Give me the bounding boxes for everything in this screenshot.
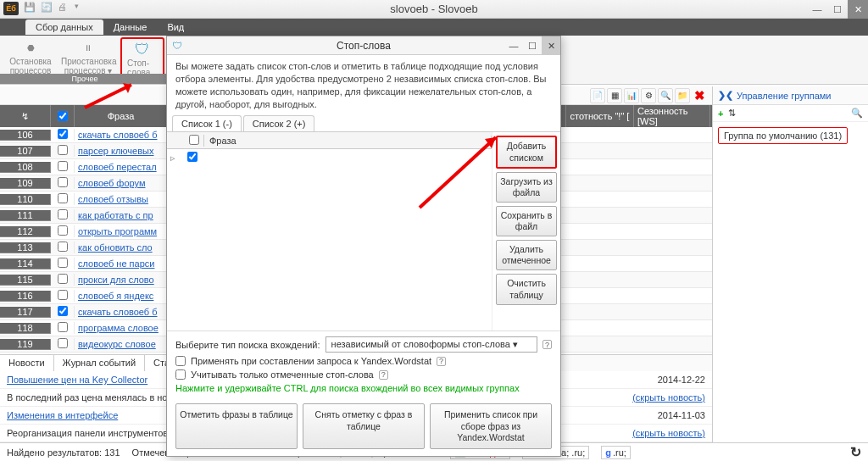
row-phrase[interactable]: программа словое bbox=[75, 323, 168, 333]
row-number: 107 bbox=[0, 146, 51, 157]
row-checkbox[interactable] bbox=[51, 258, 75, 269]
menu-bar: Сбор данных Данные Вид bbox=[0, 19, 868, 36]
tool-icon-6[interactable]: 📁 bbox=[675, 88, 690, 103]
col-check[interactable] bbox=[51, 105, 75, 127]
row-checkbox[interactable] bbox=[51, 161, 75, 173]
tab-view[interactable]: Вид bbox=[157, 19, 194, 35]
row-number: 114 bbox=[0, 258, 51, 269]
row-checkbox[interactable] bbox=[51, 177, 75, 189]
group-default[interactable]: Группа по умолчанию (131) bbox=[718, 127, 848, 144]
tool-icon-2[interactable]: ▦ bbox=[607, 88, 622, 103]
row-number: 117 bbox=[0, 307, 51, 318]
ctrl-hint: Нажмите и удерживайте CTRL для поиска вх… bbox=[175, 383, 552, 393]
row-phrase[interactable]: видеокурс словое bbox=[75, 339, 168, 349]
btab-log[interactable]: Журнал событий bbox=[54, 355, 145, 371]
search-group-icon[interactable]: 🔍 bbox=[851, 108, 863, 119]
row-phrase[interactable]: скачать словоеб б bbox=[75, 130, 168, 140]
row-checkbox[interactable] bbox=[51, 306, 75, 318]
row-checkbox[interactable] bbox=[51, 145, 75, 157]
tool-icon-1[interactable]: 📄 bbox=[590, 88, 605, 103]
row-checkbox[interactable] bbox=[51, 290, 75, 302]
row-phrase[interactable]: скачать словоеб б bbox=[75, 307, 168, 317]
dialog-maximize[interactable]: ☐ bbox=[523, 36, 542, 55]
qat-drop-icon[interactable]: ▾ bbox=[75, 2, 86, 14]
dialog-shield-icon: 🛡 bbox=[172, 40, 182, 52]
qat-refresh-icon[interactable]: 🔄 bbox=[41, 2, 53, 14]
row-phrase[interactable]: словоеб я яндекс bbox=[75, 291, 168, 301]
dialog-tab-list1[interactable]: Список 1 (-) bbox=[172, 115, 242, 131]
row-checkbox[interactable] bbox=[51, 209, 75, 221]
row-phrase[interactable]: словоеб форум bbox=[75, 178, 168, 188]
btab-news[interactable]: Новости bbox=[0, 355, 54, 371]
chk-only-marked[interactable] bbox=[175, 369, 186, 380]
news-title[interactable]: Изменения в интерфейсе bbox=[7, 410, 118, 420]
minimize-button[interactable]: — bbox=[807, 0, 827, 19]
region-google[interactable]: g .ru; bbox=[601, 446, 631, 459]
app-logo: Ёб bbox=[3, 2, 19, 15]
row-checkbox[interactable] bbox=[51, 129, 75, 141]
news-hide[interactable]: (скрыть новость) bbox=[632, 428, 705, 438]
dialog-close[interactable]: ✕ bbox=[542, 36, 560, 55]
tab-data-collection[interactable]: Сбор данных bbox=[25, 19, 103, 35]
row-checkbox[interactable] bbox=[51, 193, 75, 205]
row-checkbox[interactable] bbox=[51, 225, 75, 237]
row-phrase[interactable]: как обновить сло bbox=[75, 242, 168, 253]
news-title[interactable]: Повышение цен на Key Collector bbox=[7, 375, 147, 385]
stop-icon: ⬣ bbox=[22, 39, 39, 56]
qat-save-icon[interactable]: 💾 bbox=[24, 2, 36, 14]
row-phrase[interactable]: словоеб отзывы bbox=[75, 194, 168, 204]
action-apply-wordstat[interactable]: Применить список при сборе фраз из Yande… bbox=[430, 403, 552, 448]
row-phrase[interactable]: как работать с пр bbox=[75, 210, 168, 220]
tab-data[interactable]: Данные bbox=[103, 19, 158, 35]
row-checkbox[interactable] bbox=[51, 322, 75, 334]
dlg-col-check[interactable] bbox=[184, 135, 204, 147]
sort-icon[interactable]: ⇅ bbox=[728, 108, 736, 119]
row-phrase[interactable]: словоеб перестал bbox=[75, 162, 168, 172]
col-freq1[interactable]: стотность "!" [ bbox=[566, 105, 634, 127]
groups-panel: ❯❮ Управление группами + ⇅ 🔍 Группа по у… bbox=[712, 86, 868, 442]
pause-icon: ⏸ bbox=[80, 39, 97, 56]
row-phrase[interactable]: открыть программ bbox=[75, 226, 168, 236]
maximize-button[interactable]: ☐ bbox=[827, 0, 848, 19]
annotation-arrow-2 bbox=[415, 127, 509, 214]
help-icon-2[interactable]: ? bbox=[437, 357, 446, 366]
row-number: 106 bbox=[0, 130, 51, 141]
pause-processes-button[interactable]: ⏸ Приостановка процессов ▾ bbox=[58, 37, 119, 77]
action-unmark-phrases[interactable]: Снять отметку с фраз в таблице bbox=[303, 403, 425, 448]
row-phrase[interactable]: словоеб не парси bbox=[75, 258, 168, 269]
dialog-tab-list2[interactable]: Список 2 (+) bbox=[243, 115, 315, 131]
row-checkbox[interactable] bbox=[51, 242, 75, 253]
row-phrase[interactable]: прокси для слово bbox=[75, 275, 168, 285]
tool-icon-5[interactable]: 🔍 bbox=[658, 88, 673, 103]
chk-only-label: Учитывать только отмеченные стоп-слова bbox=[191, 369, 374, 380]
search-type-select[interactable]: независимый от словоформы стоп-слова ▾ bbox=[326, 336, 537, 353]
tool-icon-3[interactable]: 📊 bbox=[624, 88, 639, 103]
btn-clear-table[interactable]: Очистить таблицу bbox=[496, 274, 557, 304]
collapse-icon[interactable]: ❯❮ bbox=[718, 90, 733, 101]
row-number: 112 bbox=[0, 226, 51, 237]
title-bar: Ёб 💾 🔄 🖨 ▾ slovoeb - Slovoeb — ☐ ✕ bbox=[0, 0, 868, 19]
tool-delete-icon[interactable]: ✖ bbox=[692, 88, 707, 103]
news-hide[interactable]: (скрыть новость) bbox=[632, 392, 705, 403]
refresh-icon[interactable]: ↻ bbox=[850, 444, 861, 460]
btn-delete-marked[interactable]: Удалить отмеченное bbox=[496, 240, 557, 270]
status-found: Найдено результатов: 131 bbox=[7, 447, 120, 458]
add-group-icon[interactable]: + bbox=[718, 108, 723, 119]
row-phrase[interactable]: парсер ключевых bbox=[75, 146, 168, 156]
row-checkbox[interactable] bbox=[51, 274, 75, 286]
col-freq2[interactable]: Сезонность [WS] bbox=[634, 105, 710, 127]
row-checkbox[interactable] bbox=[51, 338, 75, 350]
help-icon-3[interactable]: ? bbox=[379, 370, 388, 380]
help-icon-1[interactable]: ? bbox=[542, 340, 552, 349]
action-mark-phrases[interactable]: Отметить фразы в таблице bbox=[175, 403, 298, 448]
tool-icon-4[interactable]: ⚙ bbox=[641, 88, 656, 103]
dialog-description: Вы можете задать список стоп-слов и отме… bbox=[167, 55, 560, 115]
dlg-row-check[interactable] bbox=[187, 152, 208, 164]
row-number: 115 bbox=[0, 275, 51, 286]
stopwords-dialog: 🛡 Стоп-слова — ☐ ✕ Вы можете задать спис… bbox=[166, 36, 561, 457]
chk-apply-wordstat[interactable] bbox=[175, 356, 186, 366]
close-button[interactable]: ✕ bbox=[848, 0, 868, 19]
dialog-minimize[interactable]: — bbox=[504, 36, 523, 55]
annotation-arrow-1 bbox=[81, 78, 148, 114]
qat-print-icon[interactable]: 🖨 bbox=[58, 2, 70, 14]
